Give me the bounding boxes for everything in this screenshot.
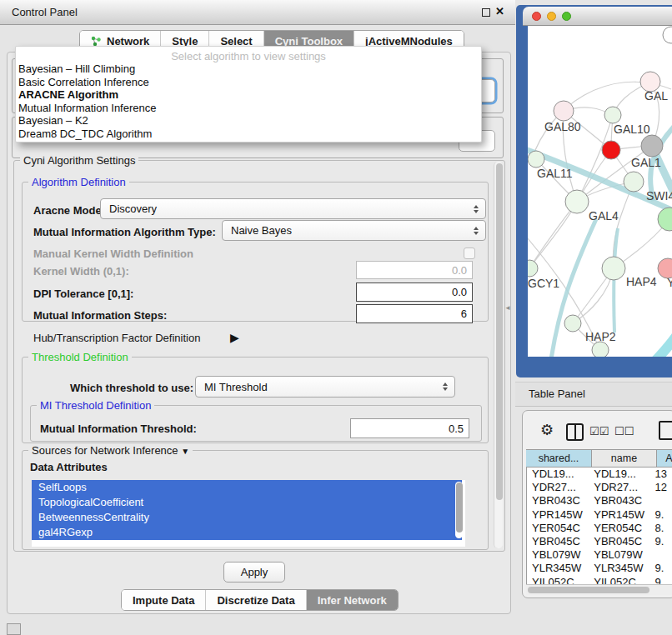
which-threshold-label: Which threshold to use: [70, 382, 193, 394]
table-row[interactable]: YDL19...YDL19...13 [527, 468, 672, 481]
table-cell: 12 [650, 481, 672, 494]
table-cell: YER054C [527, 522, 589, 535]
stepper-arrows-icon [474, 227, 479, 235]
stepper-arrows-icon [443, 382, 448, 391]
zoom-traffic-light[interactable] [562, 12, 571, 21]
hub-definition-label[interactable]: Hub/Transcription Factor Definition [33, 332, 200, 344]
network-node-label: HAP4 [626, 275, 657, 288]
table-row[interactable]: YPR145WYPR145W9. [527, 508, 672, 522]
mi-threshold-field[interactable] [350, 418, 469, 438]
tab-discretize-data[interactable]: Discretize Data [206, 590, 306, 610]
show-columns-icon[interactable]: ☑☑ [589, 425, 609, 438]
table-hscrollbar[interactable] [526, 584, 672, 595]
network-node[interactable] [554, 101, 574, 121]
table-cell: YIL052C [527, 576, 589, 585]
kernel-width-field[interactable] [356, 261, 473, 279]
data-attributes-label: Data Attributes [30, 461, 108, 473]
network-node[interactable] [564, 315, 581, 332]
aracne-mode-select[interactable]: Discovery [100, 198, 486, 219]
float-window-icon[interactable] [482, 8, 490, 17]
network-node[interactable] [528, 260, 538, 277]
dock-panel-icon[interactable] [7, 623, 21, 635]
mi-type-label: Mutual Information Algorithm Type: [33, 226, 216, 238]
table-row[interactable]: YBR045CYBR045C9. [527, 535, 672, 548]
dpi-tolerance-field[interactable] [356, 282, 473, 302]
network-node[interactable] [602, 257, 625, 280]
network-node[interactable] [658, 208, 672, 231]
mi-type-select[interactable]: Naive Bayes [222, 220, 486, 241]
network-node[interactable] [604, 107, 621, 123]
table-cell: YLR345W [589, 562, 649, 575]
table-hscrollbar-thumb[interactable] [528, 587, 649, 593]
manual-kernel-checkbox[interactable] [464, 248, 475, 259]
split-columns-icon[interactable] [566, 423, 584, 441]
network-node-label: SWI4 [646, 189, 672, 202]
algorithm-option[interactable]: ARACNE Algorithm [16, 88, 481, 102]
table-cell [650, 494, 672, 508]
table-row[interactable]: YER054CYER054C8. [527, 522, 672, 535]
mi-steps-field[interactable] [356, 304, 473, 323]
network-node-label: GAL [644, 89, 668, 102]
collapse-down-icon[interactable]: ▼ [181, 447, 189, 456]
tab-infer-network[interactable]: Infer Network [307, 590, 398, 610]
algorithm-option[interactable]: Basic Correlation Inference [16, 76, 481, 89]
which-threshold-select[interactable]: MI Threshold [195, 376, 455, 398]
table-cell: YIL052C [589, 576, 649, 585]
algorithm-option[interactable]: Bayesian – Hill Climbing [16, 62, 481, 76]
network-node[interactable] [624, 172, 644, 192]
network-node-label: GAL10 [614, 122, 650, 136]
attributes-list-scrollbar[interactable] [455, 482, 463, 538]
algorithm-definition-title: Algorithm Definition [28, 176, 129, 188]
new-document-icon[interactable] [659, 421, 672, 440]
table-cell: YDR27... [589, 481, 649, 494]
table-cell: YER054C [589, 522, 649, 535]
table-row[interactable]: YDR27...YDR27...12 [527, 481, 672, 494]
bottom-tabbar: Impute DataDiscretize DataInfer Network [121, 589, 399, 611]
table-row[interactable]: YIL052CYIL052C9. [527, 576, 672, 585]
apply-button[interactable]: Apply [223, 562, 285, 582]
algorithm-option[interactable]: Dream8 DC_TDC Algorithm [16, 128, 481, 141]
which-threshold-value: MI Threshold [204, 381, 268, 393]
attribute-list-item[interactable]: TopologicalCoefficient [32, 495, 462, 510]
attributes-list-scrollbar-thumb[interactable] [456, 482, 463, 532]
column-header-name[interactable]: name [592, 449, 657, 468]
mi-type-value: Naive Bayes [231, 224, 292, 237]
dropdown-placeholder: Select algorithm to view settings [16, 47, 481, 62]
table-cell: 9. [650, 508, 672, 522]
table-cell: YBR043C [527, 494, 589, 508]
network-canvas[interactable]: GALGAL80GAL10GAL11GAL1SWI4GAL4GCY1HAP4YH… [528, 26, 672, 357]
stepper-arrows-icon [474, 205, 479, 213]
gear-icon[interactable]: ⚙ [540, 421, 554, 439]
algorithm-option[interactable]: Mutual Information Inference [16, 102, 481, 115]
attribute-list-item[interactable]: gal4RGexp [32, 525, 462, 540]
table-row[interactable]: YBL079WYBL079W [527, 548, 672, 562]
column-header-shared[interactable]: shared... [526, 449, 592, 468]
table-cell: YPR145W [527, 508, 589, 522]
close-icon[interactable]: ✕ [495, 5, 504, 18]
network-node[interactable] [663, 27, 672, 43]
network-node[interactable] [528, 151, 544, 168]
network-window-titlebar[interactable] [523, 7, 672, 26]
algorithm-dropdown[interactable]: Select algorithm to view settings Bayesi… [15, 46, 482, 142]
table-cell: YPR145W [589, 508, 649, 522]
table-row[interactable]: YLR345WYLR345W9. [527, 562, 672, 575]
network-node[interactable] [641, 135, 663, 157]
hide-columns-icon[interactable]: ☐☐ [614, 425, 634, 438]
column-header-A[interactable]: A [657, 449, 672, 468]
settings-scrollbar[interactable] [494, 162, 503, 548]
minimize-traffic-light[interactable] [547, 12, 556, 21]
attribute-list-item[interactable]: BetweennessCentrality [32, 510, 462, 525]
data-attributes-list[interactable]: SelfLoopsTopologicalCoefficientBetweenne… [32, 480, 465, 547]
algorithm-option[interactable]: Bayesian – K2 [16, 114, 481, 128]
close-traffic-light[interactable] [532, 12, 541, 21]
mi-threshold-group-title: MI Threshold Definition [37, 399, 154, 412]
splitter-collapse-icon[interactable]: ◄ [504, 304, 511, 312]
attribute-list-item[interactable]: SelfLoops [32, 480, 462, 495]
network-node[interactable] [602, 141, 620, 159]
expand-right-icon[interactable]: ▶ [230, 331, 239, 344]
network-node[interactable] [565, 190, 589, 213]
network-node[interactable] [592, 342, 609, 357]
tab-impute-data[interactable]: Impute Data [122, 590, 206, 610]
settings-scrollbar-thumb[interactable] [496, 163, 503, 500]
table-row[interactable]: YBR043CYBR043C [527, 494, 672, 508]
